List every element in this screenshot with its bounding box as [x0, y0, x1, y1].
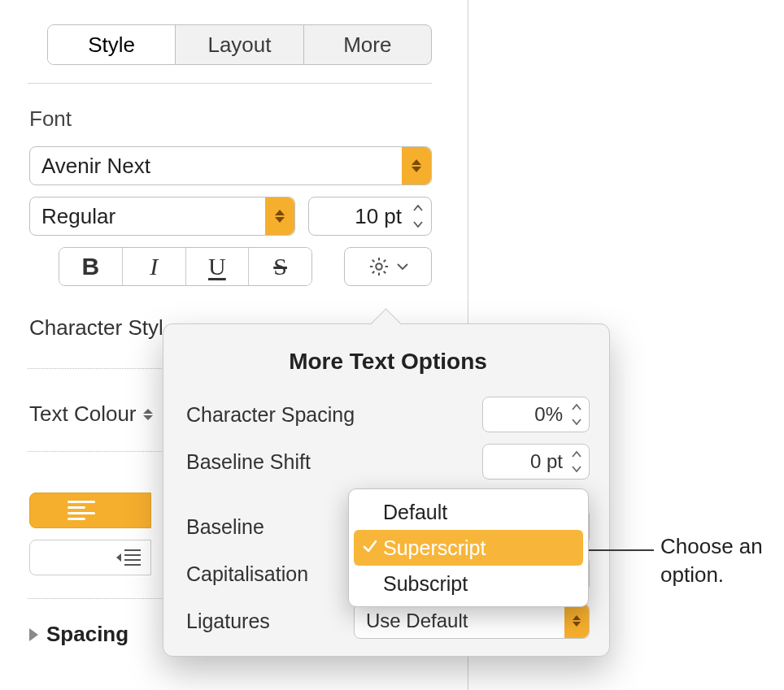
stepper-down-icon[interactable]: [567, 462, 586, 476]
font-section-label: Font: [29, 106, 468, 132]
italic-button[interactable]: I: [123, 248, 186, 285]
baseline-shift-value: 0 pt: [530, 450, 563, 473]
menu-item-label: Subscript: [383, 572, 468, 596]
character-spacing-field[interactable]: 0%: [482, 397, 590, 432]
gear-icon: [368, 255, 390, 278]
updown-chevron-icon: [143, 409, 153, 420]
stepper-up-icon[interactable]: [567, 447, 586, 461]
align-left-button[interactable]: [29, 493, 151, 528]
callout-text: Choose an option.: [660, 532, 763, 589]
tab-layout[interactable]: Layout: [176, 25, 303, 64]
popup-stepper-icon: [402, 147, 431, 184]
stepper-up-icon[interactable]: [567, 400, 586, 414]
character-spacing-stepper[interactable]: [567, 400, 586, 429]
font-size-value: 10 pt: [355, 204, 402, 229]
align-left-icon: [68, 501, 95, 520]
baseline-shift-stepper[interactable]: [567, 447, 586, 476]
stepper-up-icon[interactable]: [408, 200, 428, 215]
checkmark-icon: [362, 536, 378, 559]
inspector-tabs: Style Layout More: [47, 24, 432, 65]
menu-item-label: Default: [383, 501, 447, 524]
tab-style[interactable]: Style: [48, 25, 176, 64]
ligatures-popup[interactable]: Use Default: [354, 603, 590, 639]
font-family-popup[interactable]: Avenir Next: [29, 146, 432, 185]
popup-stepper-icon: [265, 197, 294, 235]
baseline-option-superscript[interactable]: Superscript: [354, 530, 583, 566]
baseline-dropdown-menu: Default Superscript Subscript: [348, 488, 589, 607]
font-size-stepper[interactable]: [408, 200, 428, 232]
baseline-option-default[interactable]: Default: [349, 494, 588, 530]
divider: [28, 83, 432, 84]
ligatures-label: Ligatures: [186, 610, 270, 633]
indent-left-icon: [115, 547, 142, 568]
popover-title: More Text Options: [186, 349, 590, 375]
disclosure-triangle-icon: [29, 628, 38, 641]
strikethrough-button[interactable]: S: [249, 248, 311, 285]
character-spacing-row: Character Spacing 0%: [186, 391, 590, 438]
capitalisation-label: Capitalisation: [186, 562, 308, 586]
font-weight-value: Regular: [41, 204, 115, 229]
character-spacing-value: 0%: [534, 403, 563, 426]
font-family-value: Avenir Next: [41, 154, 150, 179]
chevron-down-icon: [397, 263, 408, 271]
text-colour-label: Text Colour: [29, 401, 137, 427]
baseline-shift-label: Baseline Shift: [186, 450, 311, 474]
menu-item-label: Superscript: [383, 536, 486, 560]
ligatures-value: Use Default: [366, 610, 468, 632]
font-weight-popup[interactable]: Regular: [29, 197, 295, 236]
tab-more[interactable]: More: [304, 25, 431, 64]
advanced-text-options-button[interactable]: [344, 247, 432, 286]
text-style-segment: B I U S: [59, 247, 312, 286]
baseline-option-subscript[interactable]: Subscript: [349, 566, 588, 601]
baseline-shift-field[interactable]: 0 pt: [482, 444, 590, 480]
baseline-label: Baseline: [186, 515, 264, 539]
popup-cap-icon: [564, 604, 589, 638]
decrease-indent-button[interactable]: [29, 540, 151, 575]
baseline-shift-row: Baseline Shift 0 pt: [186, 438, 590, 485]
callout-leader-line: [586, 549, 654, 551]
stepper-down-icon[interactable]: [567, 415, 586, 429]
svg-point-0: [376, 263, 381, 269]
underline-button[interactable]: U: [186, 248, 250, 285]
bold-button[interactable]: B: [59, 248, 123, 285]
character-spacing-label: Character Spacing: [186, 403, 355, 427]
stepper-down-icon[interactable]: [408, 217, 428, 232]
font-size-field[interactable]: 10 pt: [308, 197, 432, 236]
spacing-label: Spacing: [46, 622, 128, 647]
